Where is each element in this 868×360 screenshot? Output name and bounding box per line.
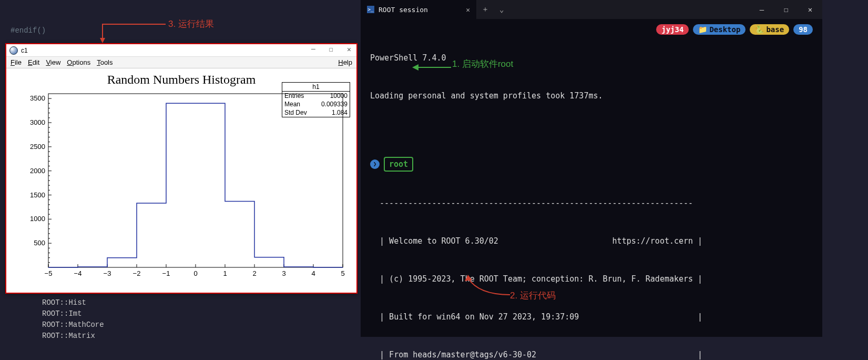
badge-user: jyj34 [656,24,689,35]
svg-rect-0 [48,94,343,267]
powershell-icon: >_ [367,6,374,13]
svg-text:3500: 3500 [30,94,45,102]
svg-text:5: 5 [341,269,344,277]
new-tab-button[interactable]: ＋ [476,5,494,14]
svg-text:2000: 2000 [30,167,45,175]
svg-text:−3: −3 [104,269,111,277]
term-maximize-button[interactable]: ☐ [774,0,798,19]
menubar: File Edit View Options Tools Help [6,57,356,68]
svg-text:4: 4 [311,269,315,277]
terminal-tabbar: >_ ROOT session ✕ ＋ ⌄ — ☐ ✕ [361,0,822,19]
canvas-area[interactable]: Random Numbers Histogram h1 Entries10000… [6,68,356,293]
annotation-1: 1. 启动软件root [452,58,513,70]
svg-text:2: 2 [252,269,256,277]
annotation-2: 2. 运行代码 [510,289,556,302]
badge-dir: 📁 Desktop [693,24,746,35]
titlebar[interactable]: c1 — ☐ ✕ [6,44,356,57]
term-close-button[interactable]: ✕ [798,0,822,19]
banner-line: | Built for win64 on Nov 27 2023, 19:37:… [370,311,813,323]
badge-env: 🐍base [750,24,789,35]
ps-line: PowerShell 7.4.0 [370,52,813,64]
menu-help[interactable]: Help [338,58,352,66]
tab-title: ROOT session [379,6,428,14]
banner-line: | From heads/master@tags/v6-30-02 | [370,348,813,360]
term-minimize-button[interactable]: — [750,0,774,19]
window-title: c1 [21,47,28,54]
tab-close-button[interactable]: ✕ [466,6,470,14]
svg-text:1500: 1500 [30,191,45,199]
root-app-icon [9,46,18,55]
svg-text:1000: 1000 [30,215,45,223]
badge-num: 98 [793,24,813,35]
banner-sep: ----------------------------------------… [370,197,813,209]
menu-view[interactable]: View [46,58,60,66]
terminal-window: >_ ROOT session ✕ ＋ ⌄ — ☐ ✕ jyj34 📁 Desk… [361,0,822,337]
svg-text:−5: −5 [45,269,53,277]
menu-options[interactable]: Options [67,58,90,66]
menu-edit[interactable]: Edit [28,58,39,66]
svg-text:500: 500 [34,239,45,247]
code-line: ROOT::Matrix [42,331,104,342]
svg-text:−2: −2 [133,269,141,277]
prompt-row: ❯ root [370,157,813,172]
tab-dropdown-button[interactable]: ⌄ [494,5,509,14]
prompt-arrow-icon: ❯ [370,159,380,169]
menu-file[interactable]: File [11,58,22,66]
svg-text:1: 1 [223,269,227,277]
ps-line: Loading personal and system profiles too… [370,89,813,102]
svg-text:3: 3 [282,269,285,277]
maximize-button[interactable]: ☐ [326,45,336,54]
svg-text:0: 0 [193,269,197,277]
close-button[interactable]: ✕ [344,45,354,54]
banner-line: | (c) 1995-2023, The ROOT Team; concepti… [370,273,813,285]
svg-text:−4: −4 [74,269,82,277]
svg-text:−1: −1 [162,269,170,277]
minimize-button[interactable]: — [308,45,319,54]
root-canvas-window: c1 — ☐ ✕ File Edit View Options Tools He… [5,43,358,294]
code-line: ROOT::Hist [42,297,104,308]
command-root: root [384,157,413,172]
banner-line: | Welcome to ROOT 6.30/02 https://root.c… [370,235,813,247]
menu-tools[interactable]: Tools [97,58,113,66]
svg-text:3000: 3000 [30,118,45,126]
code-line: ROOT::Imt [42,308,104,319]
code-line: ROOT::MathCore [42,319,104,331]
terminal-tab-active[interactable]: >_ ROOT session ✕ [361,0,476,19]
annotation-3: 3. 运行结果 [168,18,214,30]
histogram-plot[interactable]: 500100015002000250030003500−5−4−3−2−1012… [22,88,348,288]
terminal-body[interactable]: PowerShell 7.4.0 Loading personal and sy… [361,19,822,360]
prompt-badges: jyj34 📁 Desktop 🐍base 98 [656,24,813,35]
editor-background-bottom: ROOT::Hist ROOT::Imt ROOT::MathCore ROOT… [42,297,104,342]
svg-text:2500: 2500 [30,143,45,151]
